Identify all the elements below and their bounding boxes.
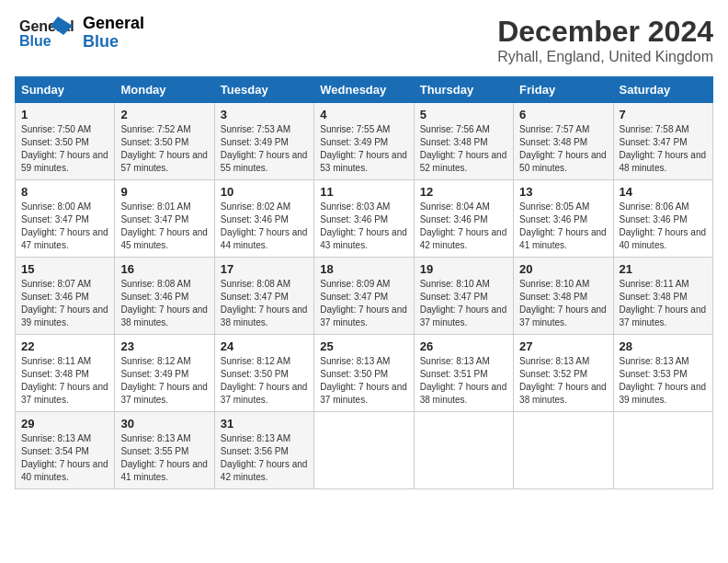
day-number: 19 (420, 262, 507, 276)
day-number: 1 (21, 108, 108, 121)
day-number: 21 (620, 262, 707, 276)
day-cell: 23 Sunrise: 8:12 AMSunset: 3:49 PMDaylig… (115, 335, 214, 412)
svg-text:Blue: Blue (19, 33, 51, 49)
week-row-5: 29 Sunrise: 8:13 AMSunset: 3:54 PMDaylig… (16, 412, 713, 489)
weekday-header-thursday: Thursday (414, 77, 513, 103)
day-detail: Sunrise: 8:13 AMSunset: 3:55 PMDaylight:… (120, 433, 208, 482)
weekday-header-row: SundayMondayTuesdayWednesdayThursdayFrid… (16, 77, 713, 103)
day-cell: 6 Sunrise: 7:57 AMSunset: 3:48 PMDayligh… (514, 103, 613, 180)
day-cell: 18 Sunrise: 8:09 AMSunset: 3:47 PMDaylig… (314, 258, 414, 335)
day-cell: 15 Sunrise: 8:07 AMSunset: 3:46 PMDaylig… (16, 258, 115, 335)
day-number: 6 (519, 108, 607, 121)
day-cell: 14 Sunrise: 8:06 AMSunset: 3:46 PMDaylig… (613, 180, 712, 258)
day-number: 11 (320, 185, 407, 199)
day-cell: 12 Sunrise: 8:04 AMSunset: 3:46 PMDaylig… (414, 180, 513, 258)
logo-line2: Blue (83, 33, 144, 52)
day-number: 10 (221, 185, 308, 199)
day-detail: Sunrise: 7:50 AMSunset: 3:50 PMDaylight:… (21, 124, 108, 173)
day-cell (314, 412, 414, 489)
week-row-1: 1 Sunrise: 7:50 AMSunset: 3:50 PMDayligh… (16, 103, 713, 180)
day-number: 3 (221, 108, 308, 121)
weekday-header-tuesday: Tuesday (214, 77, 313, 103)
day-detail: Sunrise: 8:13 AMSunset: 3:56 PMDaylight:… (221, 433, 308, 482)
day-cell: 2 Sunrise: 7:52 AMSunset: 3:50 PMDayligh… (115, 103, 214, 180)
day-number: 14 (620, 185, 707, 199)
day-detail: Sunrise: 8:10 AMSunset: 3:48 PMDaylight:… (519, 279, 607, 327)
day-number: 5 (420, 108, 507, 121)
day-detail: Sunrise: 7:55 AMSunset: 3:49 PMDaylight:… (320, 124, 407, 173)
day-detail: Sunrise: 8:12 AMSunset: 3:50 PMDaylight:… (221, 356, 308, 405)
day-cell: 13 Sunrise: 8:05 AMSunset: 3:46 PMDaylig… (514, 180, 613, 258)
day-detail: Sunrise: 8:13 AMSunset: 3:53 PMDaylight:… (620, 356, 707, 405)
day-cell: 9 Sunrise: 8:01 AMSunset: 3:47 PMDayligh… (115, 180, 214, 258)
day-detail: Sunrise: 8:08 AMSunset: 3:46 PMDaylight:… (120, 279, 208, 327)
day-detail: Sunrise: 7:52 AMSunset: 3:50 PMDaylight:… (120, 124, 208, 173)
weekday-header-sunday: Sunday (16, 77, 115, 103)
day-cell: 5 Sunrise: 7:56 AMSunset: 3:48 PMDayligh… (414, 103, 513, 180)
day-detail: Sunrise: 8:12 AMSunset: 3:49 PMDaylight:… (120, 356, 208, 405)
location-subtitle: Ryhall, England, United Kingdom (497, 49, 713, 65)
month-title: December 2024 (497, 15, 713, 49)
day-number: 27 (519, 339, 607, 353)
day-detail: Sunrise: 8:13 AMSunset: 3:51 PMDaylight:… (420, 356, 507, 405)
day-cell (613, 412, 712, 489)
day-number: 22 (21, 339, 108, 353)
day-cell: 26 Sunrise: 8:13 AMSunset: 3:51 PMDaylig… (414, 335, 513, 412)
day-number: 26 (420, 339, 507, 353)
day-detail: Sunrise: 8:03 AMSunset: 3:46 PMDaylight:… (320, 201, 407, 250)
logo: GeneralBlue General Blue (15, 15, 144, 52)
day-detail: Sunrise: 8:05 AMSunset: 3:46 PMDaylight:… (519, 201, 607, 250)
page-header: GeneralBlue General Blue December 2024 R… (15, 15, 713, 65)
day-cell: 30 Sunrise: 8:13 AMSunset: 3:55 PMDaylig… (115, 412, 214, 489)
day-number: 20 (519, 262, 607, 276)
day-cell: 29 Sunrise: 8:13 AMSunset: 3:54 PMDaylig… (16, 412, 115, 489)
day-number: 12 (420, 185, 507, 199)
calendar-table: SundayMondayTuesdayWednesdayThursdayFrid… (15, 76, 713, 489)
day-number: 8 (21, 185, 108, 199)
day-cell: 4 Sunrise: 7:55 AMSunset: 3:49 PMDayligh… (314, 103, 414, 180)
day-detail: Sunrise: 8:07 AMSunset: 3:46 PMDaylight:… (21, 279, 108, 327)
day-number: 25 (320, 339, 407, 353)
day-number: 9 (120, 185, 208, 199)
day-number: 31 (221, 417, 308, 431)
day-number: 17 (221, 262, 308, 276)
day-cell: 17 Sunrise: 8:08 AMSunset: 3:47 PMDaylig… (214, 258, 313, 335)
day-detail: Sunrise: 8:00 AMSunset: 3:47 PMDaylight:… (21, 201, 108, 250)
day-cell: 10 Sunrise: 8:02 AMSunset: 3:46 PMDaylig… (214, 180, 313, 258)
day-cell: 28 Sunrise: 8:13 AMSunset: 3:53 PMDaylig… (613, 335, 712, 412)
day-detail: Sunrise: 8:13 AMSunset: 3:52 PMDaylight:… (519, 356, 607, 405)
logo-line1: General (83, 15, 144, 33)
weekday-header-wednesday: Wednesday (314, 77, 414, 103)
day-number: 28 (620, 339, 707, 353)
week-row-4: 22 Sunrise: 8:11 AMSunset: 3:48 PMDaylig… (16, 335, 713, 412)
weekday-header-saturday: Saturday (613, 77, 712, 103)
day-cell: 22 Sunrise: 8:11 AMSunset: 3:48 PMDaylig… (16, 335, 115, 412)
title-block: December 2024 Ryhall, England, United Ki… (497, 15, 713, 65)
day-detail: Sunrise: 8:02 AMSunset: 3:46 PMDaylight:… (221, 201, 308, 250)
day-cell: 11 Sunrise: 8:03 AMSunset: 3:46 PMDaylig… (314, 180, 414, 258)
day-number: 29 (21, 417, 108, 431)
day-detail: Sunrise: 8:10 AMSunset: 3:47 PMDaylight:… (420, 279, 507, 327)
day-number: 13 (519, 185, 607, 199)
day-cell (514, 412, 613, 489)
day-detail: Sunrise: 8:11 AMSunset: 3:48 PMDaylight:… (21, 356, 108, 405)
day-detail: Sunrise: 7:56 AMSunset: 3:48 PMDaylight:… (420, 124, 507, 173)
day-detail: Sunrise: 8:08 AMSunset: 3:47 PMDaylight:… (221, 279, 308, 327)
day-detail: Sunrise: 7:58 AMSunset: 3:47 PMDaylight:… (620, 124, 707, 173)
day-detail: Sunrise: 8:04 AMSunset: 3:46 PMDaylight:… (420, 201, 507, 250)
day-cell: 20 Sunrise: 8:10 AMSunset: 3:48 PMDaylig… (514, 258, 613, 335)
day-cell: 24 Sunrise: 8:12 AMSunset: 3:50 PMDaylig… (214, 335, 313, 412)
day-number: 23 (120, 339, 208, 353)
day-cell: 3 Sunrise: 7:53 AMSunset: 3:49 PMDayligh… (214, 103, 313, 180)
day-number: 7 (620, 108, 707, 121)
day-cell: 8 Sunrise: 8:00 AMSunset: 3:47 PMDayligh… (16, 180, 115, 258)
day-detail: Sunrise: 8:11 AMSunset: 3:48 PMDaylight:… (620, 279, 707, 327)
day-cell: 25 Sunrise: 8:13 AMSunset: 3:50 PMDaylig… (314, 335, 414, 412)
day-cell: 31 Sunrise: 8:13 AMSunset: 3:56 PMDaylig… (214, 412, 313, 489)
day-detail: Sunrise: 8:01 AMSunset: 3:47 PMDaylight:… (120, 201, 208, 250)
day-cell: 1 Sunrise: 7:50 AMSunset: 3:50 PMDayligh… (16, 103, 115, 180)
day-cell: 21 Sunrise: 8:11 AMSunset: 3:48 PMDaylig… (613, 258, 712, 335)
day-cell: 27 Sunrise: 8:13 AMSunset: 3:52 PMDaylig… (514, 335, 613, 412)
day-cell (414, 412, 513, 489)
day-number: 16 (120, 262, 208, 276)
